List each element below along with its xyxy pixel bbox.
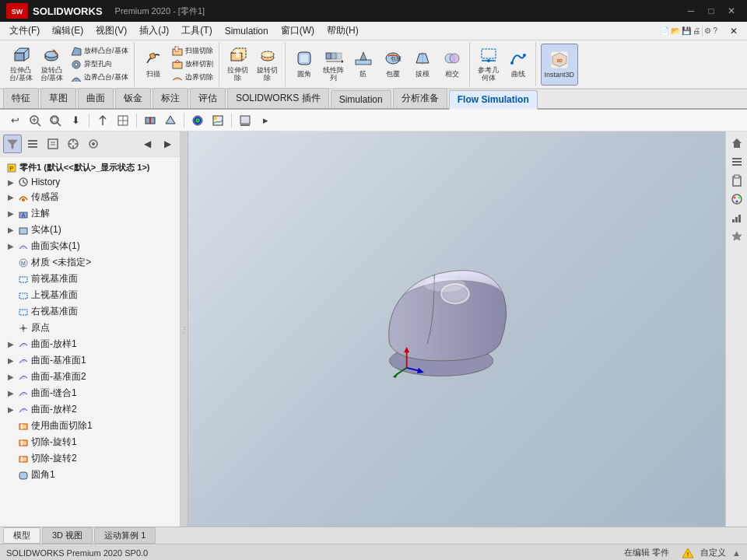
menu-file[interactable]: 文件(F) <box>3 23 46 39</box>
config-mgr-button[interactable] <box>64 135 82 153</box>
feature-mgr-button[interactable] <box>23 135 42 153</box>
tree-item-fillet1[interactable]: ▶ 圆角1 <box>0 467 180 483</box>
toolbar-new[interactable]: 📄 <box>660 26 669 35</box>
tree-item-curve-base2[interactable]: ▶ 曲面-基准面2 <box>0 369 180 385</box>
ref-geometry-button[interactable]: 参考几何体 <box>475 44 503 86</box>
view-orient[interactable] <box>114 112 132 129</box>
tree-item-cut-revolve2[interactable]: ▶ 切除-旋转2 <box>0 450 180 467</box>
sweep-button[interactable]: 扫描 <box>139 44 167 86</box>
tree-item-curve-knit1[interactable]: ▶ 曲面-缝合1 <box>0 385 180 401</box>
tab-surface[interactable]: 曲面 <box>78 88 114 108</box>
view-more[interactable] <box>237 112 254 129</box>
zoom-to-fit[interactable] <box>26 112 44 129</box>
btab-model[interactable]: 模型 <box>3 527 40 544</box>
toolbar-options[interactable]: ⚙ <box>704 26 711 35</box>
boundary-boss-button[interactable]: 边界凸台/基体 <box>68 72 131 84</box>
zoom-previous[interactable]: ⬇ <box>67 112 84 129</box>
tab-analysis-prep[interactable]: 分析准备 <box>393 88 447 108</box>
tree-item-surface-bodies[interactable]: ▶ 曲面实体(1) <box>0 238 180 254</box>
view-display[interactable] <box>162 112 179 129</box>
toolbar-open[interactable]: 📂 <box>671 26 680 35</box>
tree-item-material[interactable]: ▶ M 材质 <未指定> <box>0 254 180 271</box>
tree-item-cut-revolve1[interactable]: ▶ 切除-旋转1 <box>0 434 180 450</box>
menu-simulation[interactable]: Simulation <box>219 24 275 38</box>
rs-home[interactable] <box>728 135 745 152</box>
instant3d-button[interactable]: 3D Instant3D <box>541 44 579 86</box>
property-mgr-button[interactable] <box>44 135 62 153</box>
tree-item-front-plane[interactable]: ▶ 前视基准面 <box>0 271 180 287</box>
tab-sketch[interactable]: 草图 <box>40 88 76 108</box>
tree-item-use-curve-cut[interactable]: ▶ 使用曲面切除1 <box>0 418 180 434</box>
revolve-cut-button[interactable]: 放样切割 <box>169 58 216 71</box>
tree-item-curve-loft1[interactable]: ▶ 曲面-放样1 <box>0 336 180 352</box>
fillet-button[interactable]: 圆角 <box>290 44 318 86</box>
menu-edit[interactable]: 编辑(E) <box>46 23 89 39</box>
undo-button[interactable]: ↩ <box>6 112 23 129</box>
btab-motion-study[interactable]: 运动算例 1 <box>94 527 156 544</box>
extrude-cut-main-button[interactable]: 拉伸切除 <box>224 44 252 86</box>
tree-root[interactable]: P 零件1 (默认<<默认>_显示状态 1>) <box>0 160 180 175</box>
section-view[interactable] <box>142 112 159 129</box>
rs-palette[interactable] <box>728 191 745 208</box>
minimize-button[interactable]: ─ <box>682 3 700 19</box>
tree-item-sensors[interactable]: ▶ 传感器 <box>0 189 180 205</box>
zoom-to-selection[interactable] <box>47 112 64 129</box>
tab-sheet-metal[interactable]: 钣金 <box>115 88 151 108</box>
prev-pane-button[interactable]: ◀ <box>138 135 156 153</box>
tree-item-curve-loft2[interactable]: ▶ 曲面-放样2 <box>0 401 180 418</box>
tree-item-annotations[interactable]: ▶ A 注解 <box>0 205 180 222</box>
hole-wizard-button[interactable]: 异型孔向 <box>68 58 131 71</box>
sidebar-resize-handle[interactable]: ⋮ <box>181 131 188 527</box>
draft-button[interactable]: 拔模 <box>409 44 437 86</box>
window-controls: ─ □ ✕ <box>682 3 741 19</box>
linear-pattern-button[interactable]: 线性阵列 <box>320 44 348 86</box>
pan-left[interactable] <box>94 112 111 129</box>
revolve-cut-main-button[interactable]: 旋转切除 <box>254 44 282 86</box>
rs-chart[interactable] <box>728 209 745 226</box>
menu-insert[interactable]: 插入(J) <box>133 23 175 39</box>
viewport[interactable] <box>188 131 725 527</box>
tab-markup[interactable]: 标注 <box>153 88 188 108</box>
rs-clipboard[interactable] <box>728 172 745 189</box>
rs-tools[interactable] <box>728 228 745 245</box>
menu-close-tab[interactable]: ✕ <box>724 24 744 38</box>
next-pane-button[interactable]: ▶ <box>158 135 177 153</box>
boundary-cut-button[interactable]: 边界切除 <box>169 72 216 84</box>
menu-window[interactable]: 窗口(W) <box>275 23 321 39</box>
tree-item-history[interactable]: ▶ History <box>0 175 180 189</box>
dxf-mgr-button[interactable] <box>84 135 103 153</box>
btab-3d-view[interactable]: 3D 视图 <box>42 527 93 544</box>
loft-boss-button[interactable]: 放样凸台/基体 <box>68 45 131 58</box>
tab-features[interactable]: 特征 <box>3 88 39 108</box>
tree-item-top-plane[interactable]: ▶ 上视基准面 <box>0 287 180 303</box>
wrap-button[interactable]: 包覆 包覆 <box>379 44 407 86</box>
menu-tools[interactable]: 工具(T) <box>175 23 218 39</box>
more-options[interactable]: ▸ <box>257 112 274 129</box>
scenes[interactable] <box>209 112 226 129</box>
rs-list[interactable] <box>728 153 745 170</box>
rib-button[interactable]: 筋 <box>349 44 377 86</box>
tab-sw-addins[interactable]: SOLIDWORKS 插件 <box>227 88 329 108</box>
tab-simulation[interactable]: Simulation <box>331 90 391 108</box>
appearance[interactable] <box>189 112 206 129</box>
intersect-button[interactable]: 相交 <box>438 44 466 86</box>
extrude-cut-button[interactable]: 扫描切除 <box>169 45 216 58</box>
tab-evaluate[interactable]: 评估 <box>190 88 226 108</box>
menu-view[interactable]: 视图(V) <box>89 23 133 39</box>
close-button[interactable]: ✕ <box>722 3 741 19</box>
curves-button[interactable]: 曲线 <box>504 44 532 86</box>
tree-item-curve-base1[interactable]: ▶ 曲面-基准面1 <box>0 352 180 369</box>
toolbar-save[interactable]: 💾 <box>682 26 691 35</box>
toolbar-search[interactable]: ? <box>713 26 717 35</box>
menu-help[interactable]: 帮助(H) <box>321 23 365 39</box>
restore-button[interactable]: □ <box>702 3 721 19</box>
svg-rect-61 <box>240 116 250 124</box>
extrude-boss-button[interactable]: 拉伸凸台/基体 <box>6 44 36 86</box>
filter-button[interactable] <box>3 135 22 153</box>
revolve-boss-button[interactable]: 旋转凸台/基体 <box>37 44 67 86</box>
toolbar-print[interactable]: 🖨 <box>693 26 700 35</box>
tab-flow-simulation[interactable]: Flow Simulation <box>449 90 538 110</box>
tree-item-solid-bodies[interactable]: ▶ 实体(1) <box>0 222 180 238</box>
tree-item-right-plane[interactable]: ▶ 右视基准面 <box>0 303 180 320</box>
tree-item-origin[interactable]: ▶ 原点 <box>0 320 180 336</box>
